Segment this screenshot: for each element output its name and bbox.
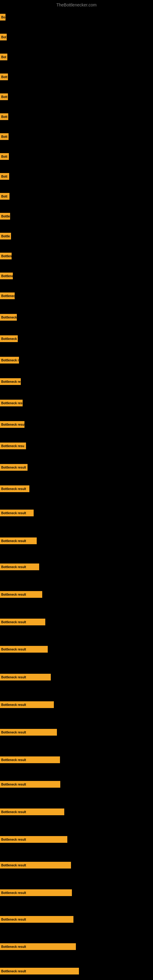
bar-row: Bottleneck result (0, 862, 153, 869)
bar: Bott (0, 173, 9, 180)
bar-row: Bott (0, 173, 153, 180)
bar-text: Bottleneck result (1, 539, 26, 542)
bar-text: Bott (1, 135, 7, 138)
bar-text: Bott (1, 75, 7, 79)
bar-text: Bottleneck result (1, 487, 26, 491)
bar-text: Bo (1, 16, 5, 19)
bar-row: Bottleneck result (0, 729, 153, 736)
bar-text: Bottlen (1, 255, 12, 258)
bar-text: Bott (1, 95, 7, 99)
bar-row: Bottleneck result (0, 400, 153, 406)
site-title: TheBottlenecker.com (0, 0, 153, 10)
bar: Bottleneck result (0, 781, 60, 788)
bar-text: Bottleneck result (1, 838, 26, 841)
bar-text: Bottlene (1, 274, 13, 278)
bar: Bott (0, 133, 9, 140)
bar-row: Bottleneck result (0, 314, 153, 321)
bar-text: Bottleneck result (1, 758, 26, 762)
bar-text: Bottleneck result (1, 703, 26, 706)
bar-row: Bottleneck result (0, 378, 153, 385)
bar-row: Bottleneck result (0, 836, 153, 843)
bar: Bott (0, 73, 8, 80)
bar-text: Bottleneck re (1, 337, 18, 340)
bar: Bottleneck result (0, 756, 60, 763)
bar-text: Bottleneck result (1, 466, 26, 469)
bar-row: Bottleneck re (0, 335, 153, 342)
bar-text: Bott (1, 175, 7, 178)
bar: Bottleneck result (0, 808, 64, 815)
bar-row: Bottleneck result (0, 538, 153, 544)
bar: Bottleneck result (0, 674, 51, 681)
bar-row: Bott (0, 94, 153, 100)
bar: Bottle (0, 213, 10, 220)
bar-row: Bott (0, 133, 153, 140)
bar: Bottleneck result (0, 421, 24, 428)
bar-text: Bottleneck result (1, 401, 22, 405)
bar: Bot (0, 34, 7, 40)
bar: Bottleneck result (0, 314, 17, 321)
bar: Bottleneck result (0, 646, 48, 652)
bar-row: Bott (0, 73, 153, 80)
bar-text: Bot (1, 56, 6, 59)
bar-text: Bottleneck result (1, 945, 26, 948)
bar-text: Bottleneck result (1, 593, 26, 596)
bar-text: Bottleneck result (1, 565, 26, 569)
bar-text: Bott (1, 195, 7, 198)
bar-row: Bottleneck result (0, 701, 153, 708)
bar-row: Bottleneck result (0, 968, 153, 975)
bar: Bottleneck result (0, 485, 29, 492)
bar-text: Bottleneck result (1, 970, 26, 973)
bar-row: Bottleneck r (0, 293, 153, 299)
bar: Bott (0, 153, 9, 160)
bar: Bott (0, 113, 8, 120)
bar-row: Bottleneck result (0, 563, 153, 570)
bar-row: Bottleneck result (0, 674, 153, 681)
bar-row: Bott (0, 193, 153, 200)
bar-text: Bottleneck result (1, 731, 26, 734)
bar-text: Bottleneck resu (1, 444, 24, 448)
bar: Bottleneck result (0, 701, 54, 708)
bar: Bottleneck result (0, 378, 21, 385)
bar: Bottleneck result (0, 591, 42, 598)
bar-row: Bottleneck result (0, 485, 153, 492)
bar-row: Bottle (0, 213, 153, 220)
bar-text: Bottleneck r (1, 294, 15, 298)
bar-row: Bot (0, 34, 153, 40)
bar-text: Bottle (1, 235, 10, 238)
bar: Bottleneck result (0, 538, 37, 544)
bar: Bottleneck result (0, 916, 73, 923)
bar: Bott (0, 94, 8, 100)
bar: Bottle (0, 233, 11, 240)
bar: Bottleneck result (0, 400, 22, 406)
bar: Bottlen (0, 253, 12, 259)
bar: Bottleneck result (0, 889, 72, 896)
bar-row: Bottleneck result (0, 943, 153, 950)
bar: Bottleneck result (0, 357, 19, 364)
bar-row: Bottleneck resu (0, 442, 153, 449)
bar: Bottlene (0, 272, 13, 279)
bar: Bottleneck result (0, 563, 39, 570)
bar-text: Bottleneck result (1, 620, 26, 624)
bar-row: Bo (0, 14, 153, 21)
bar-row: Bottleneck result (0, 646, 153, 652)
bar-text: Bottleneck result (1, 511, 26, 515)
bar: Bottleneck r (0, 293, 15, 299)
bar-row: Bottleneck result (0, 756, 153, 763)
bar: Bottleneck result (0, 464, 27, 471)
bar: Bottleneck result (0, 510, 33, 516)
bar: Bottleneck result (0, 619, 45, 625)
bar: Bottleneck result (0, 968, 79, 975)
bar-text: Bottleneck result (1, 423, 24, 426)
bar: Bo (0, 14, 5, 21)
bar-text: Bott (1, 155, 7, 158)
bar: Bott (0, 193, 10, 200)
bar-text: Bottleneck result (1, 918, 26, 921)
bar-row: Bott (0, 113, 153, 120)
bar: Bot (0, 54, 7, 60)
bar-text: Bottleneck result (1, 380, 21, 383)
bar-row: Bottlen (0, 253, 153, 259)
bar-row: Bottleneck result (0, 781, 153, 788)
bar-text: Bottleneck result (1, 891, 26, 894)
bar: Bottleneck result (0, 862, 71, 869)
bar-row: Bottleneck result (0, 357, 153, 364)
